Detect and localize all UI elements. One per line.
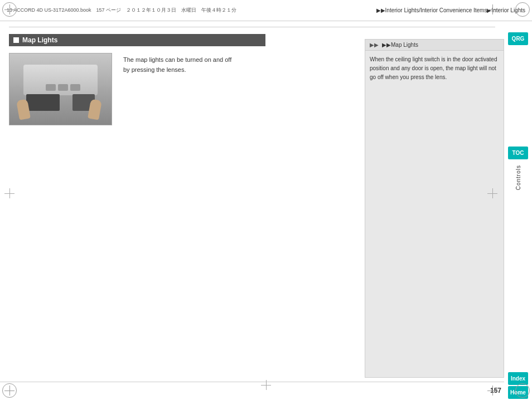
img-buttons bbox=[46, 84, 80, 91]
img-btn-3 bbox=[70, 84, 80, 91]
top-bar: 13 ACCORD 4D US-31T2A6000.book 157 ページ ２… bbox=[0, 0, 532, 21]
controls-label: Controls bbox=[515, 165, 521, 190]
sidebar: QRG TOC Controls Index Home bbox=[504, 21, 532, 400]
circle-top-left bbox=[2, 2, 17, 17]
crosshair-bottom-center bbox=[261, 380, 271, 390]
img-dark-1 bbox=[26, 94, 60, 111]
breadcrumb: ▶▶Interior Lights/Interior Convenience I… bbox=[266, 7, 525, 13]
toc-button[interactable]: TOC bbox=[508, 147, 528, 159]
circle-top-right bbox=[515, 2, 530, 17]
crosshair-mid-right bbox=[487, 188, 497, 198]
section-header: Map Lights bbox=[9, 34, 265, 46]
crosshair-top-right bbox=[487, 4, 497, 14]
bottom-divider bbox=[0, 382, 504, 382]
crosshair-bottom-right bbox=[487, 386, 497, 396]
section-header-icon bbox=[13, 37, 19, 43]
index-button[interactable]: Index bbox=[508, 372, 528, 385]
img-panel bbox=[23, 65, 98, 95]
note-content: When the ceiling light switch is in the … bbox=[365, 51, 504, 86]
note-arrow-icon: ▶▶ bbox=[370, 42, 379, 48]
crosshair-mid-left bbox=[4, 188, 14, 198]
img-btn-1 bbox=[46, 84, 56, 91]
note-header-text: ▶▶Map Lights bbox=[382, 42, 418, 48]
file-info: 13 ACCORD 4D US-31T2A6000.book 157 ページ ２… bbox=[7, 7, 266, 14]
qrg-button[interactable]: QRG bbox=[508, 32, 528, 45]
section-title: Map Lights bbox=[22, 36, 57, 44]
img-btn-2 bbox=[58, 84, 68, 91]
note-header: ▶▶ ▶▶Map Lights bbox=[365, 40, 504, 51]
note-panel: ▶▶ ▶▶Map Lights When the ceiling light s… bbox=[365, 39, 504, 378]
circle-bottom-right bbox=[515, 383, 530, 398]
circle-bottom-left bbox=[2, 383, 17, 398]
map-lights-image bbox=[9, 53, 112, 125]
top-divider bbox=[9, 27, 495, 27]
section-description: The map lights can be turned on and off … bbox=[123, 53, 235, 125]
